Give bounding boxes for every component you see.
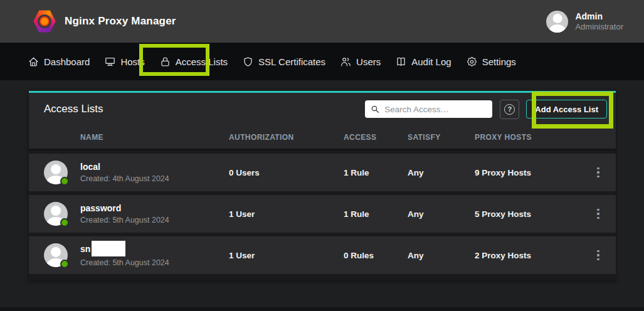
kebab-menu-icon bbox=[597, 209, 599, 219]
user-avatar[interactable] bbox=[546, 11, 568, 33]
satisfy-value: Any bbox=[408, 251, 475, 260]
app-title: Nginx Proxy Manager bbox=[65, 15, 176, 28]
table-header-row: NAME AUTHORIZATION ACCESS SATISFY PROXY … bbox=[29, 125, 616, 150]
monitor-icon bbox=[104, 56, 116, 68]
proxy-hosts-value: 5 Proxy Hosts bbox=[475, 209, 581, 219]
proxy-hosts-value: 2 Proxy Hosts bbox=[475, 251, 581, 260]
nav-item-users[interactable]: Users bbox=[340, 56, 381, 68]
access-value: 1 Rule bbox=[344, 209, 408, 219]
row-actions-menu[interactable] bbox=[581, 209, 616, 219]
created-date: Created: 5th August 2024 bbox=[80, 258, 229, 267]
nav-item-settings[interactable]: Settings bbox=[466, 56, 516, 68]
created-date: Created: 4th August 2024 bbox=[80, 174, 229, 183]
user-role: Administrator bbox=[575, 22, 623, 32]
row-actions-menu[interactable] bbox=[581, 250, 616, 261]
column-header-satisfy: SATISFY bbox=[408, 133, 475, 142]
authorization-value: 0 Users bbox=[229, 168, 344, 177]
search-icon bbox=[370, 104, 380, 114]
table-body: local Created: 4th August 2024 0 Users 1… bbox=[29, 150, 616, 280]
access-list-name: local bbox=[80, 162, 100, 172]
search-box bbox=[365, 100, 492, 118]
user-name: Admin bbox=[575, 11, 623, 22]
access-list-name: sn bbox=[80, 244, 90, 255]
nav-label: SSL Certificates bbox=[258, 56, 325, 67]
kebab-menu-icon bbox=[597, 167, 599, 178]
online-status-dot bbox=[60, 177, 69, 186]
access-list-name: password bbox=[80, 203, 121, 214]
authorization-value: 1 User bbox=[229, 209, 344, 219]
nav-label: Users bbox=[356, 56, 381, 67]
column-header-proxy-hosts: PROXY HOSTS bbox=[475, 133, 581, 142]
nav-label: Audit Log bbox=[411, 56, 451, 67]
shield-icon bbox=[242, 56, 254, 68]
online-status-dot bbox=[60, 218, 69, 227]
users-icon bbox=[340, 56, 352, 68]
nginx-proxy-manager-app: Nginx Proxy Manager Admin Administrator … bbox=[0, 0, 644, 311]
page-title: Access Lists bbox=[44, 103, 365, 115]
nav-label: Hosts bbox=[120, 56, 144, 67]
access-lists-panel: Access Lists ? Add Access List NAME AUTH… bbox=[29, 91, 616, 280]
proxy-hosts-value: 9 Proxy Hosts bbox=[475, 168, 581, 177]
column-header-access: ACCESS bbox=[344, 133, 408, 142]
table-row[interactable]: password Created: 5th August 2024 1 User… bbox=[29, 195, 616, 233]
column-header-authorization: AUTHORIZATION bbox=[229, 133, 344, 142]
kebab-menu-icon bbox=[597, 250, 599, 261]
nav-label: Settings bbox=[482, 56, 516, 67]
add-access-list-button[interactable]: Add Access List bbox=[526, 100, 607, 119]
satisfy-value: Any bbox=[408, 168, 475, 177]
book-icon bbox=[395, 56, 407, 68]
nav-label: Access Lists bbox=[176, 56, 228, 67]
authorization-value: 1 User bbox=[229, 251, 344, 260]
search-input[interactable] bbox=[384, 105, 487, 114]
npm-hexagon-logo-icon bbox=[33, 9, 56, 33]
nav-item-ssl-certificates[interactable]: SSL Certificates bbox=[242, 56, 325, 68]
panel-header: Access Lists ? Add Access List bbox=[29, 93, 616, 125]
nav-item-access-lists[interactable]: Access Lists bbox=[159, 56, 228, 68]
nav-label: Dashboard bbox=[44, 56, 90, 67]
created-date: Created: 5th August 2024 bbox=[80, 216, 229, 224]
table-row[interactable]: sn Created: 5th August 2024 1 User 0 Rul… bbox=[29, 236, 616, 274]
nav-item-audit-log[interactable]: Audit Log bbox=[395, 56, 451, 68]
table-row[interactable]: local Created: 4th August 2024 0 Users 1… bbox=[29, 154, 616, 191]
satisfy-value: Any bbox=[408, 209, 475, 219]
help-button[interactable]: ? bbox=[500, 100, 519, 119]
user-menu[interactable]: Admin Administrator bbox=[546, 0, 623, 43]
app-header: Nginx Proxy Manager Admin Administrator bbox=[0, 0, 644, 43]
access-value: 1 Rule bbox=[344, 168, 408, 177]
online-status-dot bbox=[60, 260, 69, 268]
nav-item-hosts[interactable]: Hosts bbox=[104, 56, 144, 68]
help-icon: ? bbox=[504, 104, 515, 115]
lock-icon bbox=[159, 56, 171, 68]
access-value: 0 Rules bbox=[344, 251, 408, 260]
window-bottom-edge bbox=[0, 307, 644, 311]
nav-item-dashboard[interactable]: Dashboard bbox=[28, 56, 90, 68]
main-nav: Dashboard Hosts Access Lists SSL Certifi… bbox=[0, 43, 644, 80]
column-header-name: NAME bbox=[80, 133, 229, 142]
row-actions-menu[interactable] bbox=[581, 167, 616, 178]
gear-icon bbox=[466, 56, 478, 68]
home-icon bbox=[28, 56, 40, 68]
redaction-box bbox=[92, 241, 125, 256]
